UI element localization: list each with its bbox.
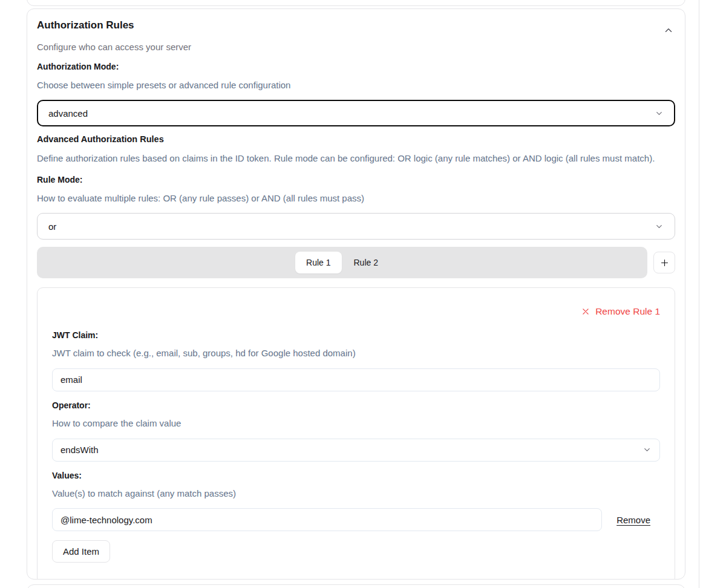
right-panel-divider <box>699 0 699 588</box>
remove-rule-button[interactable]: Remove Rule 1 <box>581 306 660 317</box>
add-item-button[interactable]: Add Item <box>52 540 110 563</box>
card-title: Authorization Rules <box>37 19 134 32</box>
authorization-rules-card: Authorization Rules Configure who can ac… <box>27 8 685 580</box>
values-description: Value(s) to match against (any match pas… <box>52 488 660 500</box>
rule-tab-list: Rule 1 Rule 2 <box>37 247 647 278</box>
authorization-mode-description: Choose between simple presets or advance… <box>37 79 675 91</box>
operator-select[interactable]: endsWith <box>52 439 660 462</box>
tab-rule-1[interactable]: Rule 1 <box>295 252 341 273</box>
rule-tabs-row: Rule 1 Rule 2 <box>37 247 675 278</box>
jwt-claim-description: JWT claim to check (e.g., email, sub, gr… <box>52 347 660 359</box>
chevron-down-icon <box>655 109 664 118</box>
chevron-down-icon <box>655 222 664 231</box>
next-settings-card <box>27 584 685 588</box>
collapse-section-button[interactable] <box>662 24 675 37</box>
plus-icon <box>659 258 670 268</box>
authorization-mode-select-value: advanced <box>48 108 88 119</box>
authorization-mode-label: Authorization Mode: <box>37 61 675 72</box>
values-label: Values: <box>52 470 660 481</box>
chevron-down-icon <box>643 445 652 454</box>
card-header: Authorization Rules <box>37 19 675 37</box>
jwt-claim-input[interactable] <box>52 368 660 391</box>
tab-rule-2[interactable]: Rule 2 <box>343 252 389 273</box>
authorization-mode-select[interactable]: advanced <box>37 100 675 126</box>
operator-select-value: endsWith <box>60 445 99 455</box>
rule-mode-description: How to evaluate multiple rules: OR (any … <box>37 192 675 204</box>
chevron-up-icon <box>663 25 674 36</box>
value-input[interactable] <box>52 508 602 531</box>
card-subtitle: Configure who can access your server <box>37 41 675 53</box>
jwt-claim-label: JWT Claim: <box>52 330 660 341</box>
rule-mode-label: Rule Mode: <box>37 174 675 185</box>
x-icon <box>581 307 590 316</box>
operator-description: How to compare the claim value <box>52 417 660 430</box>
rule-mode-select-value: or <box>48 221 56 232</box>
value-item-row: Remove <box>52 508 660 531</box>
remove-rule-label: Remove Rule 1 <box>595 306 660 317</box>
rule-mode-select[interactable]: or <box>37 213 675 240</box>
advanced-rules-title: Advanced Authorization Rules <box>37 134 675 145</box>
remove-rule-row: Remove Rule 1 <box>52 306 660 317</box>
remove-value-link[interactable]: Remove <box>616 515 650 525</box>
operator-label: Operator: <box>52 400 660 411</box>
settings-page: Authorization Rules Configure who can ac… <box>0 0 703 588</box>
add-rule-button[interactable] <box>653 252 675 273</box>
advanced-rules-description: Define authorization rules based on clai… <box>37 152 675 165</box>
rule-1-panel: Remove Rule 1 JWT Claim: JWT claim to ch… <box>37 287 675 580</box>
previous-settings-card <box>27 0 685 6</box>
